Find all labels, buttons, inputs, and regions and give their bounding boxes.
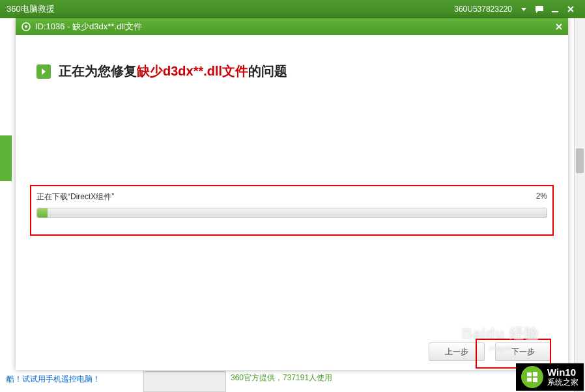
heading-highlight: 缺少d3dx**.dll文件 <box>137 63 248 80</box>
download-percent: 2% <box>536 191 547 203</box>
next-button[interactable]: 下一步 <box>495 343 551 361</box>
outer-titlebar: 360电脑救援 360U537823220 <box>0 0 585 18</box>
heading-row: 正在为您修复 缺少d3dx**.dll文件 的问题 <box>36 63 287 80</box>
dialog-close-button[interactable] <box>550 18 568 35</box>
bg-bottom-mid: 360官方提供，737191人使用 <box>231 372 332 384</box>
svg-rect-8 <box>533 372 537 376</box>
download-label: 正在下载“DirectX组件” <box>36 191 536 203</box>
scrollbar-thumb[interactable] <box>576 148 584 173</box>
progress-fill <box>37 208 48 217</box>
svg-rect-9 <box>527 378 532 382</box>
heading-part2: 的问题 <box>248 63 287 80</box>
corner-badge-line2: 系统之家 <box>547 378 578 387</box>
app-title: 360电脑救援 <box>7 3 454 15</box>
bg-bottom-link[interactable]: 酷！试试用手机遥控电脑！ <box>7 374 100 385</box>
button-row: 上一步 下一步 <box>429 343 551 361</box>
close-icon[interactable] <box>564 3 577 16</box>
user-id-label: 360U537823220 <box>454 5 512 14</box>
prev-button[interactable]: 上一步 <box>429 343 485 361</box>
progress-highlight-frame: 正在下载“DirectX组件” 2% <box>30 185 554 236</box>
scrollbar[interactable] <box>574 18 585 392</box>
app-window: 360电脑救援 360U537823220 酷！试试用手机遥控电脑！ 360官方… <box>0 0 585 392</box>
heading-part1: 正在为您修复 <box>59 63 137 80</box>
titlebar-right-group: 360U537823220 <box>454 3 585 16</box>
svg-rect-10 <box>533 378 537 382</box>
feedback-icon[interactable] <box>533 3 546 16</box>
download-label-row: 正在下载“DirectX组件” 2% <box>36 191 547 203</box>
windows-icon <box>521 366 543 388</box>
fix-dialog: ID:1036 - 缺少d3dx**.dll文件 正在为您修复 缺少d3dx**… <box>16 18 568 370</box>
svg-rect-7 <box>527 372 532 376</box>
progress-inner: 正在下载“DirectX组件” 2% <box>36 191 547 229</box>
minimize-icon[interactable] <box>549 3 562 16</box>
corner-badge: Win10 系统之家 <box>516 363 584 391</box>
bg-green-stripe <box>0 135 12 181</box>
bg-thumbnail <box>143 371 226 392</box>
progress-bar <box>36 208 547 218</box>
corner-badge-line1: Win10 <box>547 367 578 378</box>
dialog-title: ID:1036 - 缺少d3dx**.dll文件 <box>35 21 550 33</box>
dialog-icon <box>21 21 31 32</box>
svg-rect-0 <box>552 11 558 12</box>
dialog-body: 正在为您修复 缺少d3dx**.dll文件 的问题 正在下载“DirectX组件… <box>16 35 568 370</box>
arrow-right-icon <box>36 64 51 79</box>
svg-point-2 <box>25 25 27 28</box>
dialog-titlebar: ID:1036 - 缺少d3dx**.dll文件 <box>16 18 568 35</box>
corner-badge-text: Win10 系统之家 <box>547 367 578 387</box>
dropdown-icon[interactable] <box>517 3 530 16</box>
